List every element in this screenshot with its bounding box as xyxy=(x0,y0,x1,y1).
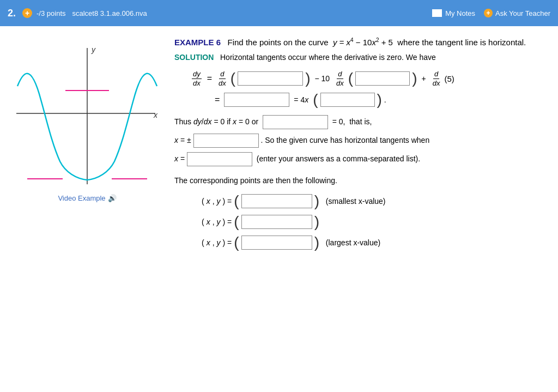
open-paren-xy2: ( xyxy=(234,214,239,230)
close-paren-3: ) xyxy=(377,92,382,107)
equals-sign-2: = xyxy=(215,95,220,105)
input-xy-smallest[interactable] xyxy=(241,194,312,208)
ask-teacher-button[interactable]: + Ask Your Teacher xyxy=(484,9,550,17)
input-x-values[interactable] xyxy=(187,152,252,166)
video-example-label: Video Example xyxy=(58,194,105,202)
input-result1[interactable] xyxy=(224,93,289,107)
content-area: y x xyxy=(0,26,558,392)
page-wrapper: 2. + -/3 points scalcet8 3.1.ae.006.nva … xyxy=(0,0,558,392)
notes-icon xyxy=(432,9,442,17)
close-paren-2: ) xyxy=(412,71,417,86)
minus-10-text: − 10 xyxy=(314,74,330,83)
input-xy-largest[interactable] xyxy=(241,236,312,250)
close-paren-xy1: ) xyxy=(314,194,319,209)
video-example-link[interactable]: Video Example 🔊 xyxy=(58,194,116,202)
input-factor[interactable] xyxy=(263,115,328,129)
top-bar-right: My Notes + Ask Your Teacher xyxy=(432,9,550,17)
y-axis-label: y xyxy=(91,45,96,54)
my-notes-label: My Notes xyxy=(445,9,475,17)
right-panel: EXAMPLE 6 Find the points on the curve y… xyxy=(169,26,558,392)
input-result2[interactable] xyxy=(320,93,375,107)
largest-label: (largest x-value) xyxy=(326,238,380,247)
d-dx-fraction-1: d dx xyxy=(217,70,227,87)
open-paren-3: ( xyxy=(313,92,318,107)
equals-sign-1: = xyxy=(207,74,212,83)
solution-label: SOLUTION xyxy=(174,53,214,62)
x-axis-label: x xyxy=(153,111,158,119)
equals-4x-text: = 4x xyxy=(294,95,308,104)
equation-line-2: = = 4x ( ) . xyxy=(213,92,542,107)
d-dx-5: (5) xyxy=(444,74,454,83)
x-value-row: x = (enter your answers as a comma-separ… xyxy=(174,152,542,166)
graph-svg: y x xyxy=(11,43,163,190)
input-xy-middle[interactable] xyxy=(241,215,312,229)
period-1: . xyxy=(384,95,386,104)
problem-id: scalcet8 3.1.ae.006.nva xyxy=(72,9,147,17)
close-paren-1: ) xyxy=(305,71,310,86)
d-dx-fraction-2: d dx xyxy=(335,70,345,87)
xy-largest-row: (x, y) = ( ) (largest x-value) xyxy=(202,235,542,250)
x-pm-row: x = ± . So the given curve has horizonta… xyxy=(174,134,542,148)
points-text: -/3 points xyxy=(37,9,65,17)
speaker-icon: 🔊 xyxy=(108,194,117,202)
input-term2[interactable] xyxy=(355,71,410,86)
ask-teacher-label: Ask Your Teacher xyxy=(495,9,550,17)
input-term1[interactable] xyxy=(238,71,303,86)
close-paren-xy2: ) xyxy=(314,214,319,230)
top-bar: 2. + -/3 points scalcet8 3.1.ae.006.nva … xyxy=(0,0,558,26)
open-paren-xy3: ( xyxy=(234,235,239,250)
solution-text: SOLUTION Horizontal tangents occur where… xyxy=(174,51,542,63)
thus-row: Thus dy/dx = 0 if x = 0 or = 0, that is, xyxy=(174,115,542,129)
derivative-equation-block: dy dx = d dx ( ) − 10 d dx xyxy=(191,70,542,107)
xy-middle-row: (x, y) = ( ) xyxy=(202,214,542,230)
close-paren-xy3: ) xyxy=(314,235,319,250)
example-label: EXAMPLE 6 xyxy=(174,38,221,47)
d-dx-fraction-3: d dx xyxy=(432,70,441,87)
open-paren-1: ( xyxy=(231,71,235,86)
equation-line-1: dy dx = d dx ( ) − 10 d dx xyxy=(191,70,542,87)
smallest-label: (smallest x-value) xyxy=(326,197,386,206)
input-x-pm[interactable] xyxy=(193,134,259,148)
example-title: EXAMPLE 6 Find the points on the curve y… xyxy=(174,37,542,47)
corresponding-text: The corresponding points are then the fo… xyxy=(174,174,542,188)
dy-dx-fraction: dy dx xyxy=(192,70,202,87)
open-paren-2: ( xyxy=(348,71,353,86)
question-number: 2. xyxy=(8,8,16,19)
ask-teacher-plus-icon: + xyxy=(484,9,493,17)
left-panel: y x xyxy=(0,26,169,392)
graph-container: y x xyxy=(11,43,163,190)
open-paren-xy1: ( xyxy=(234,194,239,209)
plus-circle-icon: + xyxy=(22,8,32,18)
plus-d-dx-text: + xyxy=(422,74,426,83)
my-notes-button[interactable]: My Notes xyxy=(432,9,475,17)
xy-smallest-row: (x, y) = ( ) (smallest x-value) xyxy=(202,194,542,209)
